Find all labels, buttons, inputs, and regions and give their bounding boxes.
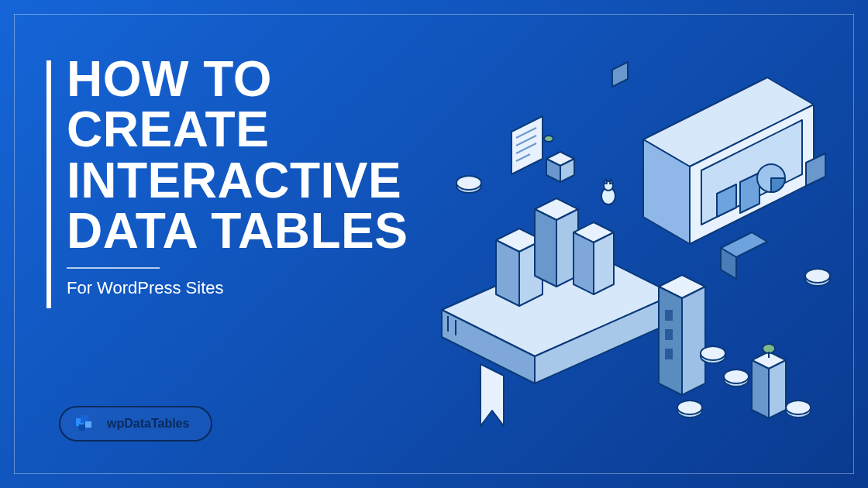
svg-point-51 <box>805 269 830 283</box>
svg-rect-2 <box>85 421 91 428</box>
svg-point-61 <box>544 136 553 142</box>
svg-marker-18 <box>480 364 504 426</box>
svg-rect-35 <box>665 329 673 340</box>
svg-marker-27 <box>594 232 614 294</box>
svg-marker-65 <box>610 179 613 184</box>
svg-marker-32 <box>659 287 682 395</box>
svg-marker-20 <box>496 240 519 306</box>
svg-rect-34 <box>665 310 673 321</box>
svg-marker-26 <box>574 232 594 294</box>
svg-marker-59 <box>612 62 628 87</box>
svg-rect-3 <box>79 424 85 431</box>
svg-point-47 <box>724 369 749 383</box>
hero-content: HOW TO CREATE INTERACTIVE DATA TABLES Fo… <box>46 54 465 298</box>
svg-marker-38 <box>752 360 769 418</box>
brand-pill: wpDataTables <box>59 406 212 442</box>
svg-marker-33 <box>682 287 705 395</box>
brand-logo-icon <box>76 415 98 432</box>
svg-marker-39 <box>769 360 786 418</box>
hero-illustration <box>411 46 845 449</box>
svg-point-49 <box>677 400 702 414</box>
svg-point-53 <box>786 400 811 414</box>
svg-marker-23 <box>535 209 556 287</box>
page-subtitle: For WordPress Sites <box>67 278 465 298</box>
accent-bar <box>46 60 51 308</box>
page-title: HOW TO CREATE INTERACTIVE DATA TABLES <box>67 54 465 256</box>
svg-marker-64 <box>604 179 607 184</box>
brand-name: wpDataTables <box>107 417 189 431</box>
svg-rect-36 <box>665 349 673 359</box>
svg-point-43 <box>456 176 481 190</box>
subtitle-divider <box>67 267 160 269</box>
svg-point-45 <box>701 346 725 360</box>
